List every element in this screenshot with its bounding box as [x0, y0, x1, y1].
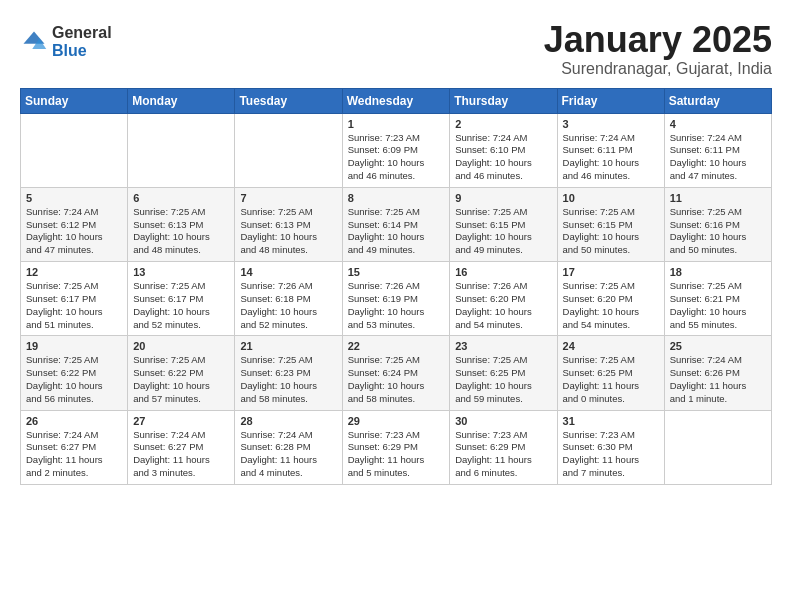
- day-number: 21: [240, 340, 336, 352]
- calendar-cell: 26Sunrise: 7:24 AMSunset: 6:27 PMDayligh…: [21, 410, 128, 484]
- calendar-cell: [21, 113, 128, 187]
- calendar-cell: 1Sunrise: 7:23 AMSunset: 6:09 PMDaylight…: [342, 113, 450, 187]
- calendar-cell: [235, 113, 342, 187]
- calendar-cell: 10Sunrise: 7:25 AMSunset: 6:15 PMDayligh…: [557, 187, 664, 261]
- day-number: 18: [670, 266, 766, 278]
- calendar-cell: 22Sunrise: 7:25 AMSunset: 6:24 PMDayligh…: [342, 336, 450, 410]
- calendar-cell: 11Sunrise: 7:25 AMSunset: 6:16 PMDayligh…: [664, 187, 771, 261]
- logo-text: General Blue: [52, 24, 112, 59]
- day-number: 10: [563, 192, 659, 204]
- logo-general-text: General: [52, 24, 112, 42]
- day-number: 4: [670, 118, 766, 130]
- cell-content: Sunrise: 7:25 AMSunset: 6:23 PMDaylight:…: [240, 354, 336, 405]
- day-number: 8: [348, 192, 445, 204]
- day-number: 16: [455, 266, 551, 278]
- day-number: 6: [133, 192, 229, 204]
- logo-icon: [20, 28, 48, 56]
- day-number: 2: [455, 118, 551, 130]
- calendar-cell: 30Sunrise: 7:23 AMSunset: 6:29 PMDayligh…: [450, 410, 557, 484]
- cell-content: Sunrise: 7:25 AMSunset: 6:15 PMDaylight:…: [563, 206, 659, 257]
- day-number: 12: [26, 266, 122, 278]
- calendar-cell: 2Sunrise: 7:24 AMSunset: 6:10 PMDaylight…: [450, 113, 557, 187]
- cell-content: Sunrise: 7:25 AMSunset: 6:24 PMDaylight:…: [348, 354, 445, 405]
- calendar-cell: 4Sunrise: 7:24 AMSunset: 6:11 PMDaylight…: [664, 113, 771, 187]
- cell-content: Sunrise: 7:25 AMSunset: 6:13 PMDaylight:…: [240, 206, 336, 257]
- calendar-cell: 31Sunrise: 7:23 AMSunset: 6:30 PMDayligh…: [557, 410, 664, 484]
- day-number: 20: [133, 340, 229, 352]
- weekday-header-tuesday: Tuesday: [235, 88, 342, 113]
- calendar-cell: 9Sunrise: 7:25 AMSunset: 6:15 PMDaylight…: [450, 187, 557, 261]
- title-block: January 2025 Surendranagar, Gujarat, Ind…: [544, 20, 772, 78]
- calendar-cell: 17Sunrise: 7:25 AMSunset: 6:20 PMDayligh…: [557, 262, 664, 336]
- weekday-header-saturday: Saturday: [664, 88, 771, 113]
- logo: General Blue: [20, 24, 112, 59]
- calendar-cell: 3Sunrise: 7:24 AMSunset: 6:11 PMDaylight…: [557, 113, 664, 187]
- cell-content: Sunrise: 7:24 AMSunset: 6:11 PMDaylight:…: [563, 132, 659, 183]
- day-number: 26: [26, 415, 122, 427]
- calendar-cell: 19Sunrise: 7:25 AMSunset: 6:22 PMDayligh…: [21, 336, 128, 410]
- calendar-cell: 28Sunrise: 7:24 AMSunset: 6:28 PMDayligh…: [235, 410, 342, 484]
- calendar-cell: 15Sunrise: 7:26 AMSunset: 6:19 PMDayligh…: [342, 262, 450, 336]
- calendar-cell: 12Sunrise: 7:25 AMSunset: 6:17 PMDayligh…: [21, 262, 128, 336]
- cell-content: Sunrise: 7:23 AMSunset: 6:29 PMDaylight:…: [455, 429, 551, 480]
- cell-content: Sunrise: 7:24 AMSunset: 6:27 PMDaylight:…: [133, 429, 229, 480]
- cell-content: Sunrise: 7:25 AMSunset: 6:20 PMDaylight:…: [563, 280, 659, 331]
- weekday-header-wednesday: Wednesday: [342, 88, 450, 113]
- calendar-cell: 25Sunrise: 7:24 AMSunset: 6:26 PMDayligh…: [664, 336, 771, 410]
- cell-content: Sunrise: 7:25 AMSunset: 6:17 PMDaylight:…: [26, 280, 122, 331]
- cell-content: Sunrise: 7:23 AMSunset: 6:09 PMDaylight:…: [348, 132, 445, 183]
- calendar-cell: [664, 410, 771, 484]
- day-number: 28: [240, 415, 336, 427]
- calendar-cell: 18Sunrise: 7:25 AMSunset: 6:21 PMDayligh…: [664, 262, 771, 336]
- cell-content: Sunrise: 7:24 AMSunset: 6:12 PMDaylight:…: [26, 206, 122, 257]
- day-number: 15: [348, 266, 445, 278]
- cell-content: Sunrise: 7:26 AMSunset: 6:18 PMDaylight:…: [240, 280, 336, 331]
- cell-content: Sunrise: 7:23 AMSunset: 6:30 PMDaylight:…: [563, 429, 659, 480]
- day-number: 24: [563, 340, 659, 352]
- month-title: January 2025: [544, 20, 772, 60]
- calendar-cell: 6Sunrise: 7:25 AMSunset: 6:13 PMDaylight…: [128, 187, 235, 261]
- week-row-2: 5Sunrise: 7:24 AMSunset: 6:12 PMDaylight…: [21, 187, 772, 261]
- day-number: 29: [348, 415, 445, 427]
- week-row-5: 26Sunrise: 7:24 AMSunset: 6:27 PMDayligh…: [21, 410, 772, 484]
- day-number: 5: [26, 192, 122, 204]
- calendar-cell: 16Sunrise: 7:26 AMSunset: 6:20 PMDayligh…: [450, 262, 557, 336]
- calendar-cell: 14Sunrise: 7:26 AMSunset: 6:18 PMDayligh…: [235, 262, 342, 336]
- calendar-cell: [128, 113, 235, 187]
- calendar-cell: 5Sunrise: 7:24 AMSunset: 6:12 PMDaylight…: [21, 187, 128, 261]
- calendar-cell: 27Sunrise: 7:24 AMSunset: 6:27 PMDayligh…: [128, 410, 235, 484]
- day-number: 30: [455, 415, 551, 427]
- cell-content: Sunrise: 7:24 AMSunset: 6:26 PMDaylight:…: [670, 354, 766, 405]
- cell-content: Sunrise: 7:26 AMSunset: 6:19 PMDaylight:…: [348, 280, 445, 331]
- cell-content: Sunrise: 7:25 AMSunset: 6:25 PMDaylight:…: [455, 354, 551, 405]
- weekday-header-row: SundayMondayTuesdayWednesdayThursdayFrid…: [21, 88, 772, 113]
- cell-content: Sunrise: 7:25 AMSunset: 6:17 PMDaylight:…: [133, 280, 229, 331]
- calendar-cell: 13Sunrise: 7:25 AMSunset: 6:17 PMDayligh…: [128, 262, 235, 336]
- calendar-cell: 24Sunrise: 7:25 AMSunset: 6:25 PMDayligh…: [557, 336, 664, 410]
- header: General Blue January 2025 Surendranagar,…: [20, 20, 772, 78]
- weekday-header-friday: Friday: [557, 88, 664, 113]
- day-number: 27: [133, 415, 229, 427]
- cell-content: Sunrise: 7:25 AMSunset: 6:22 PMDaylight:…: [26, 354, 122, 405]
- cell-content: Sunrise: 7:24 AMSunset: 6:10 PMDaylight:…: [455, 132, 551, 183]
- weekday-header-sunday: Sunday: [21, 88, 128, 113]
- day-number: 14: [240, 266, 336, 278]
- day-number: 31: [563, 415, 659, 427]
- day-number: 11: [670, 192, 766, 204]
- calendar-cell: 20Sunrise: 7:25 AMSunset: 6:22 PMDayligh…: [128, 336, 235, 410]
- day-number: 19: [26, 340, 122, 352]
- cell-content: Sunrise: 7:25 AMSunset: 6:16 PMDaylight:…: [670, 206, 766, 257]
- day-number: 9: [455, 192, 551, 204]
- calendar-cell: 8Sunrise: 7:25 AMSunset: 6:14 PMDaylight…: [342, 187, 450, 261]
- week-row-3: 12Sunrise: 7:25 AMSunset: 6:17 PMDayligh…: [21, 262, 772, 336]
- cell-content: Sunrise: 7:24 AMSunset: 6:27 PMDaylight:…: [26, 429, 122, 480]
- cell-content: Sunrise: 7:25 AMSunset: 6:22 PMDaylight:…: [133, 354, 229, 405]
- weekday-header-monday: Monday: [128, 88, 235, 113]
- week-row-4: 19Sunrise: 7:25 AMSunset: 6:22 PMDayligh…: [21, 336, 772, 410]
- calendar-table: SundayMondayTuesdayWednesdayThursdayFrid…: [20, 88, 772, 485]
- cell-content: Sunrise: 7:25 AMSunset: 6:15 PMDaylight:…: [455, 206, 551, 257]
- day-number: 13: [133, 266, 229, 278]
- calendar-cell: 23Sunrise: 7:25 AMSunset: 6:25 PMDayligh…: [450, 336, 557, 410]
- day-number: 22: [348, 340, 445, 352]
- cell-content: Sunrise: 7:25 AMSunset: 6:21 PMDaylight:…: [670, 280, 766, 331]
